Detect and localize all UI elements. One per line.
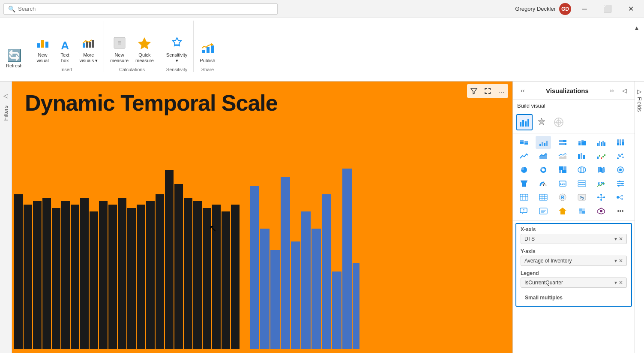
viz-tab-analytics[interactable] xyxy=(551,114,567,130)
legend-dropdown-btn[interactable]: ▾ xyxy=(614,280,617,286)
svg-point-71 xyxy=(622,157,624,158)
black-bar-15 xyxy=(156,194,164,349)
viz-icon-py-visual[interactable]: Py xyxy=(574,191,590,204)
viz-icon-slicer[interactable] xyxy=(613,177,628,190)
more-options-button[interactable]: … xyxy=(495,85,507,97)
viz-icon-matrix[interactable] xyxy=(536,191,551,204)
viz-icon-grid: 123 KPI R Py xyxy=(513,133,635,220)
search-box[interactable]: 🔍 xyxy=(3,3,278,15)
x-axis-label: X-axis xyxy=(521,226,627,232)
viz-icon-smart-narrative[interactable] xyxy=(536,205,551,217)
fields-label[interactable]: Fields xyxy=(636,97,643,112)
new-visual-button[interactable]: Newvisual xyxy=(33,31,53,65)
viz-icon-more[interactable] xyxy=(613,205,628,217)
viz-icon-100pct-col[interactable] xyxy=(613,136,628,149)
x-axis-value[interactable]: DTS ▾ ✕ xyxy=(521,234,627,244)
focus-mode-button[interactable] xyxy=(482,85,494,97)
svg-rect-33 xyxy=(524,141,528,143)
viz-icon-filled-map[interactable] xyxy=(593,163,609,176)
viz-icon-kpi[interactable]: KPI xyxy=(593,177,609,190)
quick-measure-button[interactable]: Quickmeasure xyxy=(133,31,156,65)
user-name: Gregory Deckler xyxy=(515,6,556,12)
search-input[interactable] xyxy=(18,6,273,12)
black-bar-21 xyxy=(212,205,221,349)
viz-icon-clustered-col[interactable] xyxy=(593,136,609,149)
viz-next-button[interactable]: ›› xyxy=(606,85,617,96)
legend-value[interactable]: IsCurrentQuarter ▾ ✕ xyxy=(521,278,627,288)
viz-icon-100pct-bar[interactable] xyxy=(555,136,570,149)
viz-icon-azure-map2[interactable] xyxy=(574,205,590,217)
viz-icon-scatter[interactable] xyxy=(613,150,628,163)
text-box-button[interactable]: A Textbox xyxy=(55,31,75,65)
bar-chart xyxy=(12,143,512,349)
y-axis-value[interactable]: Average of Inventory ▾ ✕ xyxy=(521,256,627,266)
viz-icon-line-stacked-area[interactable] xyxy=(555,150,570,163)
x-axis-well: X-axis DTS ▾ ✕ xyxy=(521,226,627,244)
publish-button[interactable]: Publish xyxy=(197,31,218,65)
svg-point-131 xyxy=(620,210,621,212)
more-visuals-button[interactable]: Morevisuals ▾ xyxy=(77,31,101,65)
minimize-button[interactable]: ─ xyxy=(575,0,594,18)
restore-button[interactable]: ⬜ xyxy=(598,0,617,18)
new-measure-button[interactable]: ≡ Newmeasure xyxy=(108,31,131,65)
viz-icon-key-influencers[interactable] xyxy=(613,191,628,204)
viz-icon-clustered-bar[interactable] xyxy=(536,136,551,149)
viz-prev-button[interactable]: ‹‹ xyxy=(517,85,528,96)
svg-rect-24 xyxy=(525,121,527,127)
x-axis-remove-btn[interactable]: ✕ xyxy=(619,236,623,242)
svg-line-117 xyxy=(619,196,621,197)
viz-icon-azure-map[interactable] xyxy=(613,163,628,176)
viz-icon-card[interactable]: 123 xyxy=(555,177,570,190)
viz-icon-stacked-bar[interactable] xyxy=(516,136,532,149)
filters-collapse-button[interactable]: ◁ xyxy=(0,90,12,101)
viz-icon-gauge[interactable] xyxy=(536,177,551,190)
filter-visual-button[interactable] xyxy=(468,85,480,97)
y-axis-dropdown-btn[interactable]: ▾ xyxy=(614,258,617,264)
publish-icon xyxy=(201,42,214,57)
viz-icon-power-apps[interactable] xyxy=(593,205,609,217)
viz-fields-button[interactable]: ◁ xyxy=(619,85,630,96)
viz-icon-table[interactable] xyxy=(516,191,532,204)
viz-icon-decomp-tree[interactable] xyxy=(593,191,609,204)
svg-rect-32 xyxy=(524,143,528,145)
viz-icon-stacked-col[interactable] xyxy=(574,136,590,149)
viz-icon-area[interactable] xyxy=(536,150,551,163)
x-axis-dropdown-btn[interactable]: ▾ xyxy=(614,236,617,242)
ribbon-collapse-button[interactable]: ▲ xyxy=(631,22,642,33)
viz-icon-funnel[interactable] xyxy=(516,177,532,190)
svg-point-68 xyxy=(617,157,619,159)
svg-rect-46 xyxy=(584,141,586,145)
report-title: Dynamic Temporal Scale xyxy=(12,81,512,124)
viz-icon-line[interactable] xyxy=(516,150,532,163)
viz-tab-build[interactable] xyxy=(516,114,533,130)
viz-icon-r-visual[interactable]: R xyxy=(555,191,570,204)
viz-icon-donut[interactable] xyxy=(536,163,551,176)
blue-bar-2 xyxy=(270,250,280,349)
viz-tab-format[interactable] xyxy=(533,114,550,130)
svg-rect-65 xyxy=(601,157,602,159)
svg-rect-11 xyxy=(207,47,210,53)
svg-point-72 xyxy=(618,154,620,156)
close-button[interactable]: ✕ xyxy=(621,0,641,18)
viz-icon-treemap[interactable] xyxy=(555,163,570,176)
viz-icon-waterfall[interactable] xyxy=(593,150,609,163)
black-bar-18 xyxy=(184,198,192,349)
fields-panel-expand-btn[interactable]: ▷ xyxy=(634,86,644,97)
legend-field-actions: ▾ ✕ xyxy=(614,280,623,286)
more-visuals-label: Morevisuals ▾ xyxy=(80,52,98,63)
viz-icon-qa[interactable]: ? xyxy=(516,205,532,217)
viz-icon-pie[interactable] xyxy=(516,163,532,176)
blue-bar-0 xyxy=(250,186,259,349)
refresh-button[interactable]: 🔄 Refresh xyxy=(3,36,25,70)
sensitivity-button[interactable]: Sensitivity▾ xyxy=(164,31,190,65)
viz-icon-paginated-report[interactable] xyxy=(555,205,570,217)
more-visuals-icon xyxy=(82,36,95,51)
viz-icon-multi-row-card[interactable] xyxy=(574,177,590,190)
svg-marker-83 xyxy=(521,181,527,187)
viz-icon-ribbon[interactable] xyxy=(574,150,590,163)
viz-icon-map[interactable] xyxy=(574,163,590,176)
black-bar-0 xyxy=(14,194,23,349)
filters-label[interactable]: Filters xyxy=(3,106,9,121)
legend-remove-btn[interactable]: ✕ xyxy=(619,280,623,286)
y-axis-remove-btn[interactable]: ✕ xyxy=(619,258,623,264)
